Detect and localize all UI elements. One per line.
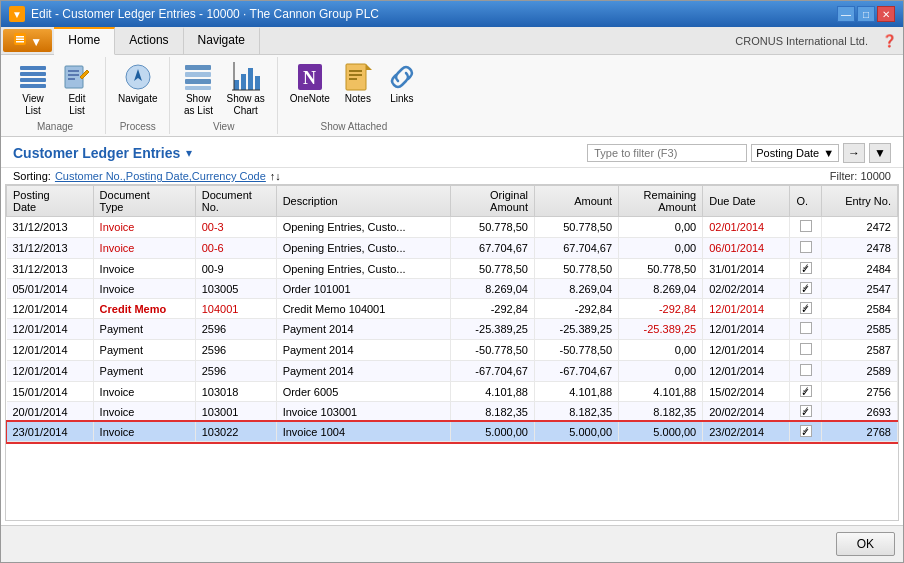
cell-document-no: 103005: [195, 279, 276, 299]
col-remaining-amount[interactable]: RemainingAmount: [619, 186, 703, 217]
open-checkbox[interactable]: [800, 364, 812, 376]
open-checkbox[interactable]: [800, 241, 812, 253]
minimize-button[interactable]: —: [837, 6, 855, 22]
sorting-value[interactable]: Customer No.,Posting Date,Currency Code: [55, 170, 266, 182]
cell-amount: -67.704,67: [534, 361, 618, 382]
cell-document-no: 00-3: [195, 217, 276, 238]
col-due-date[interactable]: Due Date: [703, 186, 790, 217]
cell-entry-no: 2484: [822, 259, 898, 279]
table-row[interactable]: 12/01/2014 Payment 2596 Payment 2014 -25…: [7, 319, 898, 340]
table-row[interactable]: 12/01/2014 Payment 2596 Payment 2014 -67…: [7, 361, 898, 382]
cell-entry-no: 2587: [822, 340, 898, 361]
open-checkbox[interactable]: ✓: [800, 385, 812, 397]
open-checkbox[interactable]: ✓: [800, 405, 812, 417]
cell-document-type: Payment: [93, 319, 195, 340]
bottom-bar: OK: [1, 525, 903, 562]
col-description[interactable]: Description: [276, 186, 450, 217]
table-row[interactable]: 12/01/2014 Payment 2596 Payment 2014 -50…: [7, 340, 898, 361]
cell-document-no: 00-6: [195, 238, 276, 259]
cell-open: ✓: [790, 299, 822, 319]
ok-button[interactable]: OK: [836, 532, 895, 556]
col-amount[interactable]: Amount: [534, 186, 618, 217]
links-button[interactable]: Links: [382, 59, 422, 107]
cell-description: Opening Entries, Custo...: [276, 217, 450, 238]
help-button[interactable]: ❓: [876, 27, 903, 54]
table-container[interactable]: PostingDate DocumentType DocumentNo. Des…: [5, 184, 899, 521]
col-posting-date[interactable]: PostingDate: [7, 186, 94, 217]
filter-go-button[interactable]: →: [843, 143, 865, 163]
svg-rect-6: [20, 78, 46, 82]
col-document-type[interactable]: DocumentType: [93, 186, 195, 217]
table-row[interactable]: 15/01/2014 Invoice 103018 Order 6005 4.1…: [7, 382, 898, 402]
cell-open: [790, 361, 822, 382]
col-original-amount[interactable]: OriginalAmount: [450, 186, 534, 217]
open-checkbox[interactable]: ✓: [800, 302, 812, 314]
ribbon-tab-bar: ▼ Home Actions Navigate CRONUS Internati…: [1, 27, 903, 55]
table-row[interactable]: 31/12/2013 Invoice 00-9 Opening Entries,…: [7, 259, 898, 279]
close-button[interactable]: ✕: [877, 6, 895, 22]
cell-remaining-amount: 0,00: [619, 340, 703, 361]
open-checkbox[interactable]: ✓: [800, 262, 812, 274]
cell-document-no: 2596: [195, 361, 276, 382]
ribbon: ▼ Home Actions Navigate CRONUS Internati…: [1, 27, 903, 137]
open-checkbox[interactable]: ✓: [800, 282, 812, 294]
table-row[interactable]: 05/01/2014 Invoice 103005 Order 101001 8…: [7, 279, 898, 299]
svg-rect-19: [234, 80, 239, 90]
col-document-no[interactable]: DocumentNo.: [195, 186, 276, 217]
cell-remaining-amount: 0,00: [619, 217, 703, 238]
table-row[interactable]: 31/12/2013 Invoice 00-6 Opening Entries,…: [7, 238, 898, 259]
table-row[interactable]: 12/01/2014 Credit Memo 104001 Credit Mem…: [7, 299, 898, 319]
filter-input[interactable]: [587, 144, 747, 162]
app-menu-button[interactable]: ▼: [3, 29, 52, 52]
show-as-chart-button[interactable]: Show asChart: [222, 59, 268, 119]
notes-label: Notes: [345, 93, 371, 105]
cell-amount: 8.182,35: [534, 402, 618, 422]
cell-open: ✓: [790, 259, 822, 279]
sort-icon[interactable]: ↑↓: [270, 170, 281, 182]
cell-amount: -292,84: [534, 299, 618, 319]
show-as-list-button[interactable]: Showas List: [178, 59, 218, 119]
page-title-dropdown[interactable]: ▾: [186, 146, 192, 160]
tab-home[interactable]: Home: [54, 27, 115, 55]
navigate-button[interactable]: Navigate: [114, 59, 161, 107]
table-row[interactable]: 31/12/2013 Invoice 00-3 Opening Entries,…: [7, 217, 898, 238]
tab-navigate[interactable]: Navigate: [184, 27, 260, 54]
cell-open: ✓: [790, 279, 822, 299]
cell-document-type: Invoice: [93, 422, 195, 442]
ribbon-group-process: Navigate Process: [106, 57, 170, 134]
cell-document-no: 2596: [195, 319, 276, 340]
cell-document-no: 103018: [195, 382, 276, 402]
view-list-button[interactable]: ViewList: [13, 59, 53, 119]
titlebar-left: ▼ Edit - Customer Ledger Entries - 10000…: [9, 6, 379, 22]
cell-document-type: Invoice: [93, 279, 195, 299]
cell-entry-no: 2756: [822, 382, 898, 402]
cell-open: [790, 238, 822, 259]
cell-description: Invoice 1004: [276, 422, 450, 442]
cell-document-type: Invoice: [93, 402, 195, 422]
content-area: Customer Ledger Entries ▾ Posting Date ▼…: [1, 137, 903, 562]
filter-field-dropdown[interactable]: Posting Date ▼: [751, 144, 839, 162]
open-checkbox[interactable]: [800, 322, 812, 334]
col-entry-no[interactable]: Entry No.: [822, 186, 898, 217]
filter-options-button[interactable]: ▼: [869, 143, 891, 163]
open-checkbox[interactable]: [800, 220, 812, 232]
page-title-area: Customer Ledger Entries ▾: [13, 145, 192, 161]
table-row[interactable]: 23/01/2014 Invoice 103022 Invoice 1004 5…: [7, 422, 898, 442]
open-checkbox[interactable]: ✓: [800, 425, 812, 437]
tab-actions[interactable]: Actions: [115, 27, 183, 54]
filter-area: Posting Date ▼ → ▼: [587, 143, 891, 163]
cell-description: Order 101001: [276, 279, 450, 299]
maximize-button[interactable]: □: [857, 6, 875, 22]
col-open[interactable]: O.: [790, 186, 822, 217]
edit-list-button[interactable]: EditList: [57, 59, 97, 119]
cell-posting-date: 12/01/2014: [7, 299, 94, 319]
table-row[interactable]: 20/01/2014 Invoice 103001 Invoice 103001…: [7, 402, 898, 422]
onenote-button[interactable]: N OneNote: [286, 59, 334, 107]
notes-button[interactable]: Notes: [338, 59, 378, 107]
svg-rect-2: [16, 39, 24, 41]
sorting-left: Sorting: Customer No.,Posting Date,Curre…: [13, 170, 281, 182]
cell-amount: 67.704,67: [534, 238, 618, 259]
table-body: 31/12/2013 Invoice 00-3 Opening Entries,…: [7, 217, 898, 442]
open-checkbox[interactable]: [800, 343, 812, 355]
cell-open: ✓: [790, 422, 822, 442]
